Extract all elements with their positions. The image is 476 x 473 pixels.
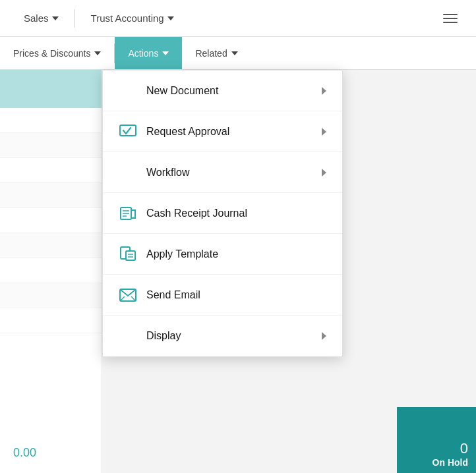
left-panel-row bbox=[0, 183, 102, 208]
display-label: Display bbox=[146, 330, 312, 342]
new-document-item[interactable]: New Document bbox=[103, 70, 342, 111]
left-panel-row bbox=[0, 258, 102, 283]
request-approval-icon bbox=[119, 123, 137, 141]
sales-nav-item[interactable]: Sales bbox=[13, 0, 69, 36]
prices-discounts-chevron-icon bbox=[94, 51, 101, 55]
teal-box: 0 On Hold bbox=[397, 407, 476, 473]
cash-receipt-journal-icon bbox=[119, 204, 137, 223]
svg-line-12 bbox=[131, 296, 136, 301]
request-approval-item[interactable]: Request Approval bbox=[103, 111, 342, 152]
new-document-chevron-icon bbox=[322, 87, 326, 95]
related-chevron-icon bbox=[231, 51, 238, 55]
display-chevron-icon bbox=[322, 332, 326, 340]
new-document-label: New Document bbox=[146, 85, 312, 97]
actions-nav-item[interactable]: Actions bbox=[115, 37, 182, 69]
left-panel-row bbox=[0, 108, 102, 133]
request-approval-label: Request Approval bbox=[146, 126, 312, 138]
top-nav: Sales Trust Accounting bbox=[0, 0, 476, 37]
workflow-label: Workflow bbox=[146, 167, 312, 179]
left-panel-row bbox=[0, 208, 102, 233]
actions-dropdown: New Document Request Approval Workflow bbox=[102, 70, 343, 357]
workflow-icon-placeholder bbox=[119, 163, 137, 182]
main-content: New Document Request Approval Workflow bbox=[0, 70, 476, 473]
send-email-item[interactable]: Send Email bbox=[103, 275, 342, 316]
apply-template-icon bbox=[119, 245, 137, 264]
cash-receipt-journal-label: Cash Receipt Journal bbox=[146, 208, 326, 219]
hamburger-menu[interactable] bbox=[438, 9, 463, 28]
hamburger-line-3 bbox=[443, 22, 458, 23]
svg-rect-7 bbox=[126, 251, 135, 260]
svg-line-11 bbox=[120, 296, 125, 301]
prices-discounts-nav-item[interactable]: Prices & Discounts bbox=[0, 37, 114, 69]
trust-accounting-label: Trust Accounting bbox=[91, 13, 164, 24]
trust-accounting-nav-item[interactable]: Trust Accounting bbox=[80, 0, 185, 36]
workflow-item[interactable]: Workflow bbox=[103, 152, 342, 193]
apply-template-label: Apply Template bbox=[146, 248, 326, 260]
teal-box-number: 0 bbox=[460, 440, 468, 457]
request-approval-chevron-icon bbox=[322, 128, 326, 136]
send-email-icon bbox=[119, 286, 137, 304]
display-icon-placeholder bbox=[119, 327, 137, 345]
left-panel bbox=[0, 70, 102, 473]
prices-discounts-label: Prices & Discounts bbox=[13, 48, 90, 59]
left-panel-row bbox=[0, 133, 102, 158]
left-panel-row bbox=[0, 308, 102, 333]
display-item[interactable]: Display bbox=[103, 316, 342, 356]
sales-chevron-icon bbox=[52, 16, 59, 20]
workflow-chevron-icon bbox=[322, 169, 326, 177]
new-document-icon-placeholder bbox=[119, 82, 137, 100]
actions-chevron-icon bbox=[162, 51, 169, 55]
related-label: Related bbox=[195, 48, 227, 59]
apply-template-item[interactable]: Apply Template bbox=[103, 234, 342, 275]
left-panel-row bbox=[0, 283, 102, 308]
send-email-label: Send Email bbox=[146, 289, 326, 301]
left-panel-row bbox=[0, 233, 102, 258]
hamburger-line-2 bbox=[443, 18, 458, 19]
hamburger-line-1 bbox=[443, 14, 458, 15]
actions-label: Actions bbox=[128, 48, 158, 59]
left-panel-row bbox=[0, 158, 102, 183]
on-hold-label: On Hold bbox=[432, 457, 468, 468]
bottom-value: 0.00 bbox=[13, 446, 36, 460]
sub-nav: Prices & Discounts Actions Related bbox=[0, 37, 476, 70]
nav-divider bbox=[74, 9, 75, 28]
left-panel-teal-bar bbox=[0, 70, 102, 108]
trust-accounting-chevron-icon bbox=[167, 16, 174, 20]
sales-label: Sales bbox=[24, 13, 49, 24]
related-nav-item[interactable]: Related bbox=[182, 37, 251, 69]
cash-receipt-journal-item[interactable]: Cash Receipt Journal bbox=[103, 193, 342, 234]
